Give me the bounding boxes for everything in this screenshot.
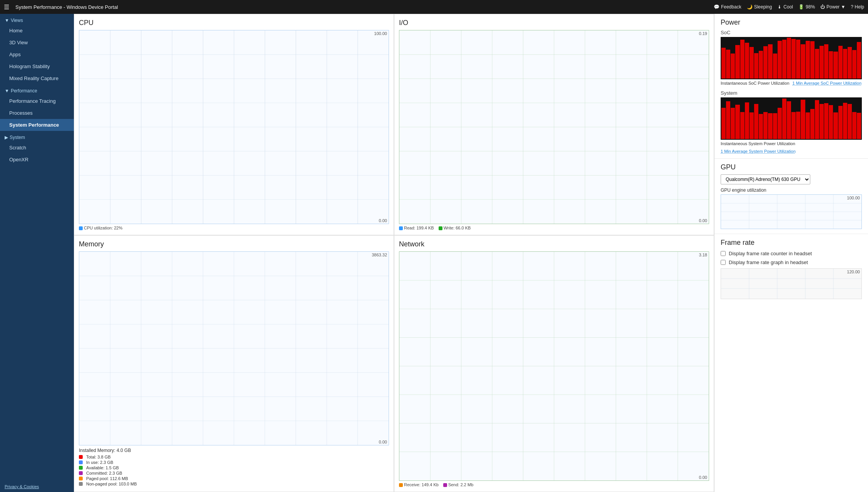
power-section: Power SoC Instantaneous SoC Power Utiliz… [714,14,868,159]
titlebar-actions: 💬 Feedback 🌙 Sleeping 🌡 Cool 🔋 98% ⏻ Pow… [714,4,864,10]
sidebar-item-processes[interactable]: Processes [0,107,74,119]
views-label: Views [11,18,23,23]
memory-legend: Installed Memory: 4.0 GB Total: 3.8 GB I… [79,448,389,487]
sidebar-item-mixed-reality-capture[interactable]: Mixed Reality Capture [0,72,74,84]
page-title: System Performance - Windows Device Port… [15,4,711,10]
cpu-legend: CPU utilization: 22% [79,226,389,230]
sidebar-item-hologram-stability[interactable]: Hologram Stability [0,60,74,72]
gpu-engine-label: GPU engine utilization [721,187,862,193]
network-bottom-val: 0.00 [699,475,707,480]
network-title: Network [399,240,709,248]
gpu-chart: 100.00 [721,194,862,229]
cpu-title: CPU [79,19,389,27]
cpu-chart: 100.00 [79,30,389,224]
feedback-icon: 💬 [714,4,719,10]
framerate-counter-label: Display frame rate counter in headset [729,251,812,256]
framerate-top-val: 120.00 [847,269,860,274]
frame-rate-section: Frame rate Display frame rate counter in… [714,234,868,304]
sidebar-item-3dview[interactable]: 3D View [0,37,74,49]
power-button[interactable]: ⏻ Power ▼ [820,4,845,10]
framerate-counter-row: Display frame rate counter in headset [721,251,862,256]
charts-area: CPU 100.00 [74,14,714,492]
sidebar-section-views[interactable]: ▼ Views [0,14,74,25]
power-icon: ⏻ [820,4,825,10]
memory-installed: Installed Memory: 4.0 GB [79,448,389,453]
power-label: Power ▼ [826,4,845,10]
soc-label: SoC [721,30,862,35]
sidebar-item-performance-tracing[interactable]: Performance Tracing [0,95,74,107]
feedback-button[interactable]: 💬 Feedback [714,4,741,10]
frame-rate-title: Frame rate [721,239,862,247]
sleeping-icon: 🌙 [747,4,753,10]
sidebar: ◀ ▼ Views Home 3D View Apps Hologram Sta… [0,14,74,492]
gpu-top-val: 100.00 [847,196,860,200]
content-area: CPU 100.00 [74,14,868,492]
help-label: ? Help [851,4,864,10]
hamburger-menu[interactable]: ☰ [4,3,9,11]
sidebar-section-performance[interactable]: ▼ Performance [0,84,74,95]
soc-power-bars [721,37,862,79]
cool-button[interactable]: 🌡 Cool [777,4,793,10]
gpu-title: GPU [721,163,862,171]
sidebar-item-home[interactable]: Home [0,25,74,37]
cool-icon: 🌡 [777,4,782,10]
cpu-grid-svg [79,30,389,224]
sidebar-item-openxr[interactable]: OpenXR [0,154,74,166]
sidebar-item-apps[interactable]: Apps [0,49,74,60]
memory-title: Memory [79,240,389,248]
cpu-panel: CPU 100.00 [74,14,394,235]
battery-status: 🔋 98% [798,4,815,10]
soc-power-legend: Instantaneous SoC Power Utilization 1 Mi… [721,81,862,85]
io-title: I/O [399,19,709,27]
privacy-cookies-link[interactable]: Privacy & Cookies [0,481,74,492]
main-layout: ◀ ▼ Views Home 3D View Apps Hologram Sta… [0,14,868,492]
performance-arrow-icon: ▼ [5,88,9,94]
sleeping-button[interactable]: 🌙 Sleeping [747,4,772,10]
titlebar: ☰ System Performance - Windows Device Po… [0,0,868,14]
feedback-label: Feedback [721,4,741,10]
cpu-bottom-val: 0.00 [379,218,387,223]
battery-icon: 🔋 [798,4,804,10]
gpu-selector[interactable]: Qualcomm(R) Adreno(TM) 630 GPU [721,174,810,184]
system-label: System [10,135,25,140]
io-legend: Read: 199.4 KB Write: 66.0 KB [399,226,709,230]
framerate-graph-label: Display frame rate graph in headset [729,259,808,265]
cool-label: Cool [783,4,793,10]
framerate-graph-checkbox[interactable] [721,260,726,265]
views-arrow-icon: ▼ [5,18,9,23]
network-panel: Network 3.18 [394,235,714,492]
system-power-bars [721,97,862,140]
right-panel: Power SoC Instantaneous SoC Power Utiliz… [714,14,868,492]
framerate-graph-row: Display frame rate graph in headset [721,259,862,265]
soc-avg-label[interactable]: 1 Min Average SoC Power Utilization [793,81,862,85]
sidebar-item-system-performance[interactable]: System Performance [0,119,74,131]
system-arrow-icon: ▶ [5,135,8,140]
sys-instant-label: Instantaneous System Power Utilization [721,141,795,146]
io-chart: 0.19 [399,30,709,224]
fr-grid-svg [721,269,861,299]
memory-bottom-val: 0.00 [379,440,387,444]
io-bottom-val: 0.00 [699,218,707,223]
network-chart: 3.18 [399,251,709,481]
sidebar-item-scratch[interactable]: Scratch [0,142,74,154]
framerate-counter-checkbox[interactable] [721,251,726,256]
sidebar-collapse-button[interactable]: ◀ [73,247,74,259]
framerate-chart: 120.00 [721,268,862,299]
help-button[interactable]: ? Help [851,4,864,10]
sys-avg-label[interactable]: 1 Min Average System Power Utilization [721,149,796,154]
io-panel: I/O 0.19 [394,14,714,235]
gpu-grid-svg [721,195,861,229]
io-grid-svg [399,30,709,224]
memory-panel: Memory 3863.32 [74,235,394,492]
system-power-label: System [721,90,862,96]
battery-label: 98% [806,4,815,10]
network-legend: Receive: 149.4 Kb Send: 2.2 Mb [399,482,709,487]
sidebar-section-system[interactable]: ▶ System [0,131,74,142]
soc-instant-label: Instantaneous SoC Power Utilization [721,81,790,85]
network-grid-svg [399,252,709,480]
system-power-legend: Instantaneous System Power Utilization 1… [721,141,862,154]
memory-chart: 3863.32 [79,251,389,445]
gpu-section: GPU Qualcomm(R) Adreno(TM) 630 GPU GPU e… [714,159,868,234]
system-power-chart [721,97,862,140]
soc-power-chart [721,37,862,79]
